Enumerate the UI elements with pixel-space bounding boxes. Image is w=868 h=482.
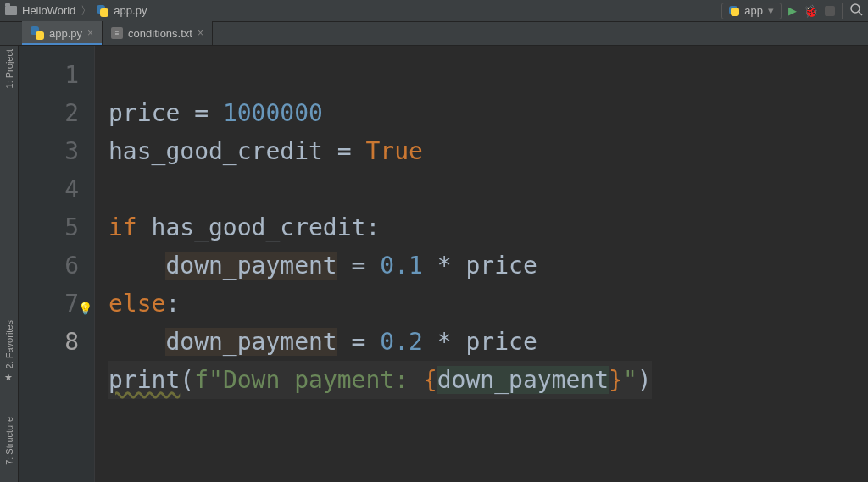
line-number: 2	[19, 94, 79, 132]
top-bar: HelloWorld 〉 app.py app ▾ ▶ 🐞	[0, 0, 868, 22]
line-number: 3	[19, 132, 79, 170]
run-config-label: app	[744, 4, 763, 17]
chevron-right-icon: 〉	[81, 3, 92, 19]
run-button[interactable]: ▶	[788, 4, 797, 17]
python-file-icon	[729, 6, 739, 16]
divider	[842, 3, 843, 19]
line-number: 5	[19, 208, 79, 247]
breadcrumb-file[interactable]: app.py	[114, 4, 147, 17]
chevron-down-icon: ▾	[768, 4, 774, 17]
tab-label: conditions.txt	[128, 27, 192, 40]
tab-label: app.py	[49, 27, 82, 40]
line-number: 6	[19, 247, 79, 285]
text-file-icon: ≡	[111, 27, 123, 39]
line-number: 8	[19, 323, 79, 361]
line-number: 7	[19, 285, 79, 323]
breadcrumb[interactable]: HelloWorld 〉 app.py	[5, 3, 147, 19]
run-config-combo[interactable]: app ▾	[721, 3, 782, 19]
stop-button[interactable]	[825, 6, 835, 16]
code-line: else:	[108, 285, 652, 323]
close-icon[interactable]: ×	[87, 27, 93, 39]
folder-icon	[5, 6, 17, 15]
line-number: 1	[19, 56, 79, 94]
breadcrumb-project[interactable]: HelloWorld	[22, 4, 75, 17]
bulb-icon[interactable]: 💡	[78, 290, 92, 328]
run-toolbar: app ▾ ▶ 🐞	[721, 3, 863, 19]
tab-conditions-txt[interactable]: ≡ conditions.txt ×	[103, 21, 213, 45]
python-file-icon	[97, 5, 108, 17]
code-line: price = 1000000	[108, 94, 652, 132]
star-icon: ★	[3, 372, 14, 383]
svg-line-1	[859, 12, 862, 15]
gutter: 1 2 3 4 5 6 7 8 💡	[19, 46, 95, 482]
svg-point-0	[851, 4, 860, 13]
code-editor[interactable]: 1 2 3 4 5 6 7 8 💡 price = 1000000has_goo…	[19, 46, 868, 482]
tool-window-tabs: 1: Project ★ 2: Favorites 7: Structure	[0, 46, 19, 482]
code-line: has_good_credit = True	[108, 132, 652, 170]
line-number: 4	[19, 170, 79, 208]
tool-tab-project[interactable]: 1: Project	[4, 49, 14, 88]
debug-button[interactable]: 🐞	[804, 4, 818, 18]
search-icon[interactable]	[849, 3, 863, 19]
editor-tabs: app.py × ≡ conditions.txt ×	[0, 22, 868, 46]
tool-tab-favorites[interactable]: ★ 2: Favorites	[3, 320, 14, 383]
code-area[interactable]: price = 1000000has_good_credit = True if…	[95, 46, 652, 482]
python-file-icon	[31, 26, 44, 40]
tool-tab-structure[interactable]: 7: Structure	[4, 417, 14, 465]
code-line: down_payment = 0.2 * price	[108, 323, 652, 361]
code-line	[108, 170, 652, 208]
tab-app-py[interactable]: app.py ×	[22, 21, 103, 45]
code-line: print(f"Down payment: {down_payment}")	[108, 361, 652, 399]
code-line: down_payment = 0.1 * price	[108, 247, 652, 285]
code-line: if has_good_credit:	[108, 208, 652, 247]
close-icon[interactable]: ×	[198, 27, 203, 39]
